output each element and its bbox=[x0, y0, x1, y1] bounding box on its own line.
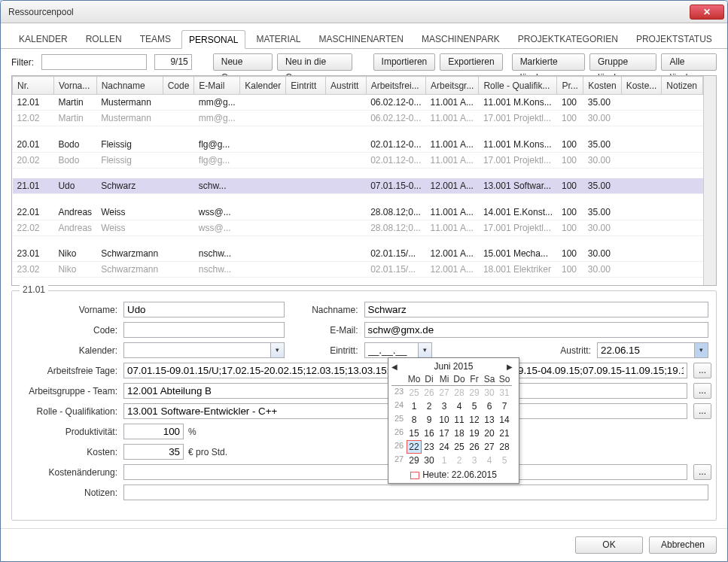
prev-month-icon[interactable]: ◀ bbox=[391, 363, 401, 371]
import-button[interactable]: Importieren bbox=[373, 53, 436, 71]
calendar-day[interactable]: 18 bbox=[452, 427, 467, 440]
column-header[interactable]: Austritt bbox=[325, 77, 366, 95]
code-field[interactable] bbox=[123, 322, 285, 338]
chevron-down-icon[interactable]: ▾ bbox=[271, 342, 285, 358]
table-row[interactable]: 12.01MartinMustermannmm@g...06.02.12-0..… bbox=[13, 95, 703, 111]
calendar-day[interactable]: 16 bbox=[422, 427, 437, 440]
calendar-day[interactable]: 9 bbox=[422, 413, 437, 427]
table-row[interactable]: 21.01UdoSchwarzschw...07.01.15-0...12.00… bbox=[13, 178, 703, 194]
table-row[interactable]: 20.01BodoFleissigflg@g...02.01.12-0...11… bbox=[13, 137, 703, 153]
filter-input[interactable] bbox=[41, 54, 147, 70]
ok-button[interactable]: OK bbox=[575, 536, 643, 554]
calendar-day[interactable]: 22 bbox=[407, 440, 422, 454]
delete-group-button[interactable]: Gruppe löschen bbox=[589, 53, 656, 71]
calendar-day[interactable]: 27 bbox=[482, 440, 497, 454]
table-row[interactable]: 20.02BodoFleissigflg@g...02.01.12-0...11… bbox=[13, 152, 703, 168]
nachname-field[interactable] bbox=[364, 302, 709, 317]
column-header[interactable]: Nachname bbox=[96, 77, 163, 95]
export-button[interactable]: Exportieren bbox=[440, 53, 502, 71]
freitage-field-tail[interactable] bbox=[514, 363, 687, 378]
column-header[interactable]: Arbeitsfrei... bbox=[366, 77, 425, 95]
vertical-scrollbar[interactable] bbox=[703, 76, 716, 285]
tab-teams[interactable]: TEAMS bbox=[133, 29, 178, 48]
table-row[interactable]: 12.02MartinMustermannmm@g...06.02.12-0..… bbox=[13, 111, 703, 126]
calendar-day[interactable]: 26 bbox=[467, 440, 482, 454]
chevron-down-icon[interactable]: ▾ bbox=[695, 342, 708, 358]
column-header[interactable]: Eintritt bbox=[286, 77, 326, 95]
column-header[interactable]: E-Mail bbox=[194, 77, 240, 95]
data-grid[interactable]: Nr.Vorna...NachnameCodeE-MailKalenderEin… bbox=[11, 75, 717, 286]
calendar-day[interactable]: 7 bbox=[497, 399, 512, 413]
calendar-day[interactable]: 1 bbox=[407, 399, 422, 413]
new-group-button[interactable]: Neue Gruppe bbox=[213, 53, 273, 71]
vorname-field[interactable] bbox=[123, 302, 285, 317]
table-row[interactable]: 22.01AndreasWeisswss@...28.08.12;0...11.… bbox=[13, 205, 703, 220]
delete-marked-button[interactable]: Markierte löschen bbox=[512, 53, 585, 71]
column-header[interactable]: Notizen bbox=[662, 77, 703, 95]
column-header[interactable]: Kosten bbox=[583, 77, 621, 95]
tab-projektstatus[interactable]: PROJEKTSTATUS bbox=[629, 29, 720, 48]
table-header[interactable]: Nr.Vorna...NachnameCodeE-MailKalenderEin… bbox=[13, 77, 703, 95]
calendar-day[interactable]: 25 bbox=[407, 386, 422, 399]
rolle-more-button[interactable]: ... bbox=[693, 403, 711, 419]
column-header[interactable]: Rolle - Qualifik... bbox=[479, 77, 557, 95]
calendar-day[interactable]: 29 bbox=[407, 454, 422, 467]
calendar-day[interactable]: 24 bbox=[437, 440, 452, 454]
tab-material[interactable]: MATERIAL bbox=[248, 29, 308, 48]
calendar-day[interactable]: 20 bbox=[482, 427, 497, 440]
kosten-field[interactable] bbox=[123, 444, 184, 460]
notizen-field[interactable] bbox=[123, 485, 708, 500]
column-header[interactable]: Pr... bbox=[557, 77, 583, 95]
calendar-day[interactable]: 29 bbox=[467, 386, 482, 399]
calendar-day[interactable]: 26 bbox=[422, 386, 437, 399]
team-more-button[interactable]: ... bbox=[693, 383, 711, 399]
calendar-day[interactable]: 2 bbox=[452, 454, 467, 467]
delete-all-button[interactable]: Alle löschen bbox=[661, 53, 717, 71]
calendar-title[interactable]: Juni 2015 bbox=[405, 361, 502, 372]
calendar-day[interactable]: 1 bbox=[437, 454, 452, 467]
calendar-day[interactable]: 5 bbox=[497, 454, 512, 467]
next-month-icon[interactable]: ▶ bbox=[507, 363, 516, 371]
calendar-day[interactable]: 23 bbox=[422, 440, 437, 454]
tab-projektkategorien[interactable]: PROJEKTKATEGORIEN bbox=[510, 29, 626, 48]
tab-personal[interactable]: PERSONAL bbox=[181, 30, 245, 49]
table-row[interactable]: 23.02NikoSchwarzmannnschw...02.01.15/...… bbox=[13, 262, 703, 278]
calendar-day[interactable]: 19 bbox=[467, 427, 482, 440]
calendar-day[interactable]: 30 bbox=[482, 386, 497, 399]
calendar-day[interactable]: 11 bbox=[452, 413, 467, 427]
column-header[interactable]: Arbeitsgr... bbox=[426, 77, 479, 95]
freitage-field[interactable] bbox=[123, 363, 394, 378]
today-link[interactable]: Heute: 22.06.2015 bbox=[391, 469, 516, 480]
calendar-day[interactable]: 28 bbox=[497, 440, 512, 454]
calendar-day[interactable]: 6 bbox=[482, 399, 497, 413]
tab-maschinenarten[interactable]: MASCHINENARTEN bbox=[312, 29, 411, 48]
austritt-combo[interactable]: ▾ bbox=[597, 342, 708, 358]
new-in-group-button[interactable]: Neu in die Gruppe bbox=[277, 53, 352, 71]
kalender-combo[interactable]: ▾ bbox=[123, 342, 285, 358]
calendar-day[interactable]: 10 bbox=[437, 413, 452, 427]
calendar-day[interactable]: 12 bbox=[467, 413, 482, 427]
tab-maschinenpark[interactable]: MASCHINENPARK bbox=[414, 29, 507, 48]
eintritt-combo[interactable]: ▾ bbox=[364, 342, 432, 358]
cancel-button[interactable]: Abbrechen bbox=[649, 536, 717, 554]
calendar-day[interactable]: 30 bbox=[422, 454, 437, 467]
calendar-day[interactable]: 13 bbox=[482, 413, 497, 427]
chevron-down-icon[interactable]: ▾ bbox=[419, 342, 432, 358]
table-row[interactable]: 22.02AndreasWeisswss@...28.08.12;0...11.… bbox=[13, 220, 703, 235]
calendar-day[interactable]: 2 bbox=[422, 399, 437, 413]
table-row[interactable]: 23.01NikoSchwarzmannnschw...02.01.15/...… bbox=[13, 246, 703, 262]
kostenaend-more-button[interactable]: ... bbox=[693, 464, 711, 480]
column-header[interactable]: Koste... bbox=[621, 77, 662, 95]
calendar-day[interactable]: 14 bbox=[497, 413, 512, 427]
calendar-day[interactable]: 4 bbox=[482, 454, 497, 467]
calendar-day[interactable]: 8 bbox=[407, 413, 422, 427]
column-header[interactable]: Code bbox=[163, 77, 194, 95]
calendar-day[interactable]: 4 bbox=[452, 399, 467, 413]
email-field[interactable] bbox=[364, 322, 709, 338]
calendar-day[interactable]: 27 bbox=[437, 386, 452, 399]
calendar-day[interactable]: 3 bbox=[437, 399, 452, 413]
tab-rollen[interactable]: ROLLEN bbox=[78, 29, 129, 48]
column-header[interactable]: Vorna... bbox=[53, 77, 96, 95]
calendar-day[interactable]: 31 bbox=[497, 386, 512, 399]
calendar-day[interactable]: 3 bbox=[467, 454, 482, 467]
